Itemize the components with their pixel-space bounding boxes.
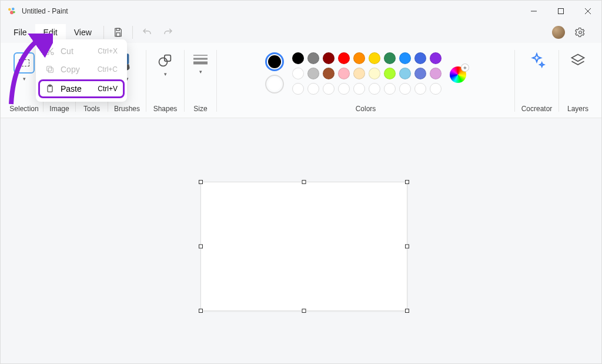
- resize-handle[interactable]: [199, 180, 203, 184]
- paste-label: Paste: [61, 84, 82, 93]
- divider: [558, 50, 559, 112]
- empty-swatch[interactable]: [338, 83, 350, 95]
- layers-button[interactable]: [565, 49, 591, 72]
- edit-dropdown: Cut Ctrl+X Copy Ctrl+C Paste Ctrl+V: [36, 39, 127, 102]
- minimize-button[interactable]: [520, 1, 547, 22]
- color-swatch[interactable]: [414, 52, 426, 64]
- color1-button[interactable]: [265, 52, 284, 71]
- undo-icon[interactable]: [136, 22, 158, 43]
- user-avatar[interactable]: [552, 26, 565, 39]
- color-swatch[interactable]: [338, 52, 350, 64]
- menu-paste[interactable]: Paste Ctrl+V: [38, 79, 125, 98]
- svg-rect-8: [116, 28, 119, 31]
- color-swatch[interactable]: [369, 68, 380, 79]
- group-size: ▾ Size: [186, 44, 215, 118]
- cut-shortcut: Ctrl+X: [98, 47, 118, 55]
- cut-label: Cut: [61, 46, 73, 56]
- edit-colors-button[interactable]: +: [450, 66, 466, 83]
- color-palette: [292, 52, 442, 95]
- color-swatch[interactable]: [430, 68, 442, 79]
- copy-icon: [45, 65, 55, 74]
- resize-handle[interactable]: [302, 180, 306, 184]
- empty-swatch[interactable]: [384, 83, 396, 95]
- menu-edit[interactable]: Edit: [35, 24, 66, 41]
- copy-label: Copy: [61, 65, 80, 74]
- color-swatch[interactable]: [353, 52, 365, 64]
- color-swatch[interactable]: [399, 52, 411, 64]
- empty-swatch[interactable]: [430, 83, 442, 95]
- selection-label: Selection: [9, 105, 38, 115]
- resize-handle[interactable]: [302, 309, 306, 313]
- svg-point-1: [12, 8, 15, 11]
- maximize-button[interactable]: [547, 1, 574, 22]
- color-swatch[interactable]: [307, 68, 319, 79]
- color-swatch[interactable]: [384, 68, 396, 79]
- selection-tool[interactable]: ▾: [9, 49, 39, 85]
- color-swatch[interactable]: [384, 52, 396, 64]
- color-swatch[interactable]: [399, 68, 411, 79]
- empty-swatch[interactable]: [323, 83, 335, 95]
- group-layers: Layers: [560, 44, 596, 118]
- resize-handle[interactable]: [405, 180, 409, 184]
- paste-shortcut: Ctrl+V: [98, 85, 118, 93]
- resize-handle[interactable]: [405, 309, 409, 313]
- empty-swatch[interactable]: [292, 83, 304, 95]
- group-shapes: ▾ Shapes: [148, 44, 183, 118]
- shapes-tool[interactable]: ▾: [152, 49, 178, 81]
- empty-swatch[interactable]: [369, 83, 380, 95]
- image-label: Image: [49, 105, 69, 115]
- color-swatch[interactable]: [353, 68, 365, 79]
- shapes-label: Shapes: [153, 105, 178, 115]
- color-swatch[interactable]: [323, 52, 335, 64]
- svg-rect-5: [558, 9, 564, 14]
- empty-swatch[interactable]: [399, 83, 411, 95]
- color2-button[interactable]: [265, 75, 284, 93]
- menu-file[interactable]: File: [5, 24, 35, 41]
- size-label: Size: [193, 105, 207, 115]
- color-swatch[interactable]: [430, 52, 442, 64]
- cut-icon: [45, 46, 55, 56]
- layers-label: Layers: [567, 105, 588, 115]
- color-swatch[interactable]: [369, 52, 380, 64]
- menu-copy[interactable]: Copy Ctrl+C: [38, 61, 125, 78]
- canvas-area[interactable]: [1, 118, 601, 364]
- svg-rect-14: [47, 66, 52, 71]
- settings-icon[interactable]: [570, 22, 591, 43]
- color-swatch[interactable]: [338, 68, 350, 79]
- color-swatch[interactable]: [414, 68, 426, 79]
- svg-point-10: [579, 31, 582, 34]
- app-icon: [6, 6, 17, 16]
- group-cocreator: Cocreator: [516, 44, 557, 118]
- title-bar: Untitled - Paint: [1, 1, 601, 22]
- close-button[interactable]: [574, 1, 601, 22]
- empty-swatch[interactable]: [414, 83, 426, 95]
- svg-point-3: [13, 11, 15, 14]
- paste-icon: [45, 84, 55, 93]
- color-swatch[interactable]: [292, 68, 304, 79]
- size-tool[interactable]: ▾: [188, 49, 213, 78]
- chevron-down-icon: ▾: [164, 71, 167, 77]
- svg-rect-13: [48, 68, 53, 72]
- divider: [216, 50, 217, 112]
- color-swatch[interactable]: [292, 52, 304, 64]
- divider: [132, 26, 133, 39]
- color-swatch[interactable]: [307, 52, 319, 64]
- empty-swatch[interactable]: [353, 83, 365, 95]
- cocreator-button[interactable]: [523, 49, 550, 74]
- resize-handle[interactable]: [199, 245, 203, 249]
- menu-cut[interactable]: Cut Ctrl+X: [38, 42, 125, 60]
- svg-point-11: [46, 52, 49, 55]
- copy-shortcut: Ctrl+C: [98, 65, 118, 74]
- empty-swatch[interactable]: [307, 83, 319, 95]
- menu-view[interactable]: View: [66, 24, 100, 41]
- color-swatch[interactable]: [323, 68, 335, 79]
- resize-handle[interactable]: [199, 309, 203, 313]
- divider: [514, 50, 515, 112]
- redo-icon[interactable]: [158, 22, 179, 43]
- canvas[interactable]: [200, 182, 407, 311]
- svg-rect-9: [116, 33, 120, 36]
- resize-handle[interactable]: [405, 245, 409, 249]
- divider: [103, 26, 104, 39]
- divider: [184, 50, 185, 112]
- colors-label: Colors: [356, 105, 376, 115]
